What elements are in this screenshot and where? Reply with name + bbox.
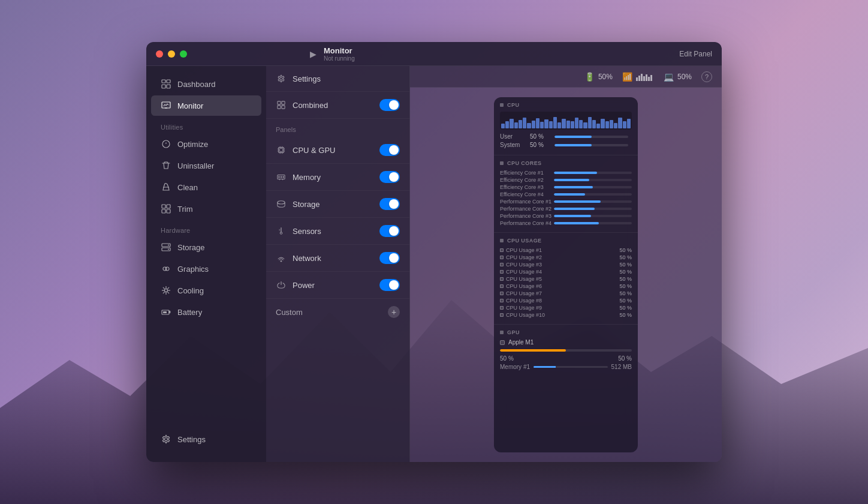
usage-label-10: CPU Usage #10: [506, 312, 619, 318]
custom-label-text: Custom: [276, 308, 303, 317]
title-text: Monitor Not running: [324, 46, 355, 62]
gpu-stat-right: 50 %: [618, 355, 632, 362]
cpu-user-fill: [554, 136, 592, 138]
network-icon: [276, 253, 287, 263]
sidebar-item-monitor[interactable]: Monitor: [151, 95, 261, 116]
edit-panel-button[interactable]: Edit Panel: [679, 50, 712, 58]
minimize-button[interactable]: [168, 50, 175, 58]
maximize-button[interactable]: [180, 50, 187, 58]
svg-rect-60: [643, 76, 645, 81]
right-panel-content: CPU: [410, 88, 722, 462]
graph-bar: [618, 118, 622, 128]
sidebar-item-trim[interactable]: Trim: [151, 199, 261, 219]
combined-item-label: Combined: [293, 101, 328, 110]
battery-stat-value: 50%: [598, 73, 613, 81]
usage-value-7: 50 %: [619, 290, 632, 296]
svg-rect-3: [167, 85, 170, 88]
core-bar-6: [554, 208, 632, 210]
core-label-5: Performance Core #1: [500, 199, 554, 205]
dashboard-icon: [161, 79, 171, 89]
core-label-6: Performance Core #2: [500, 206, 554, 212]
cpu-stat-icon: 💻: [664, 72, 674, 82]
svg-rect-10: [167, 209, 170, 213]
sidebar-item-storage[interactable]: Storage: [151, 237, 261, 257]
storage-panel-icon: [276, 199, 287, 209]
usage-row-7: CPU Usage #7 50 %: [500, 290, 632, 296]
power-panel-item[interactable]: Power: [266, 272, 409, 299]
core-bar-3: [554, 186, 632, 188]
app-window: ▶ Monitor Not running Edit Panel Dash: [146, 42, 722, 462]
cpu-widget-section: CPU: [494, 97, 638, 155]
network-label: Network: [293, 254, 321, 263]
core-row-1: Efficiency Core #1: [500, 170, 632, 176]
power-toggle[interactable]: [379, 279, 400, 291]
monitor-icon: ▶: [307, 48, 319, 60]
sidebar-uninstaller-label: Uninstaller: [177, 161, 214, 170]
cpu-cores-section: CPU CORES Efficiency Core #1 Efficiency …: [494, 155, 638, 233]
combined-item[interactable]: Combined: [266, 92, 409, 119]
usage-label-3: CPU Usage #3: [506, 262, 619, 268]
sidebar-item-dashboard[interactable]: Dashboard: [151, 74, 261, 94]
usage-dot-9: [500, 306, 504, 310]
memory-item-left: Memory: [276, 172, 321, 182]
storage-icon: [161, 242, 171, 253]
sidebar-item-uninstaller[interactable]: Uninstaller: [151, 155, 261, 176]
usage-value-8: 50 %: [619, 298, 632, 304]
network-item-left: Network: [276, 253, 321, 263]
memory-label: Memory: [293, 173, 321, 182]
network-toggle[interactable]: [379, 252, 400, 264]
monitor-widget: CPU: [494, 97, 638, 452]
graph-bar: [566, 121, 570, 128]
svg-rect-35: [282, 106, 285, 109]
window-subtitle: Not running: [324, 55, 355, 62]
sensors-label: Sensors: [293, 227, 321, 236]
sensors-toggle[interactable]: [379, 225, 400, 237]
core-bar-2: [554, 179, 632, 181]
svg-rect-63: [650, 75, 652, 81]
graph-bar: [610, 120, 613, 128]
cpu-stat: 💻 50%: [664, 72, 692, 82]
graph-bar: [536, 118, 540, 128]
sensors-panel-item[interactable]: Sensors: [266, 218, 409, 245]
sidebar-item-settings[interactable]: Settings: [151, 429, 261, 449]
sidebar-item-battery[interactable]: Battery: [151, 302, 261, 322]
gpu-mem-value: 512 MB: [611, 364, 632, 370]
cpu-stat-value: 50%: [677, 73, 692, 81]
sidebar-item-optimize[interactable]: Optimize: [151, 134, 261, 154]
core-row-2: Efficiency Core #2: [500, 177, 632, 183]
sidebar-item-cooling[interactable]: Cooling: [151, 280, 261, 301]
svg-rect-57: [636, 77, 638, 81]
usage-value-4: 50 %: [619, 269, 632, 275]
storage-item-left: Storage: [276, 199, 320, 209]
usage-row-10: CPU Usage #10 50 %: [500, 312, 632, 318]
sidebar-item-clean[interactable]: Clean: [151, 177, 261, 197]
storage-panel-item[interactable]: Storage: [266, 191, 409, 218]
gpu-mem-fill: [534, 366, 556, 368]
cpu-user-bar: [554, 136, 628, 138]
network-panel-item[interactable]: Network: [266, 245, 409, 272]
network-stat-icon: 📶: [622, 72, 632, 82]
cpu-graph: [500, 112, 632, 130]
gpu-name: Apple M1: [508, 339, 534, 346]
graph-bar: [562, 119, 565, 128]
cpu-gpu-toggle[interactable]: [379, 144, 400, 156]
svg-rect-61: [646, 74, 647, 81]
core-bar-4: [554, 193, 632, 196]
settings-gear-icon: [276, 73, 287, 84]
cpu-icon: [276, 145, 287, 155]
main-content: Dashboard Monitor Utilities: [146, 66, 722, 462]
memory-toggle[interactable]: [379, 171, 400, 183]
add-custom-button[interactable]: +: [388, 306, 400, 318]
cpu-gpu-panel-item[interactable]: CPU & GPU: [266, 137, 409, 164]
svg-rect-7: [162, 205, 165, 208]
graph-bar: [627, 119, 631, 128]
settings-item[interactable]: Settings: [266, 66, 409, 92]
storage-toggle[interactable]: [379, 198, 400, 210]
svg-rect-49: [283, 176, 284, 178]
sidebar-item-graphics[interactable]: Graphics: [151, 259, 261, 279]
help-button[interactable]: ?: [701, 71, 712, 82]
usage-label-8: CPU Usage #8: [506, 298, 619, 304]
memory-panel-item[interactable]: Memory: [266, 164, 409, 191]
close-button[interactable]: [156, 50, 163, 58]
combined-toggle[interactable]: [379, 99, 400, 111]
